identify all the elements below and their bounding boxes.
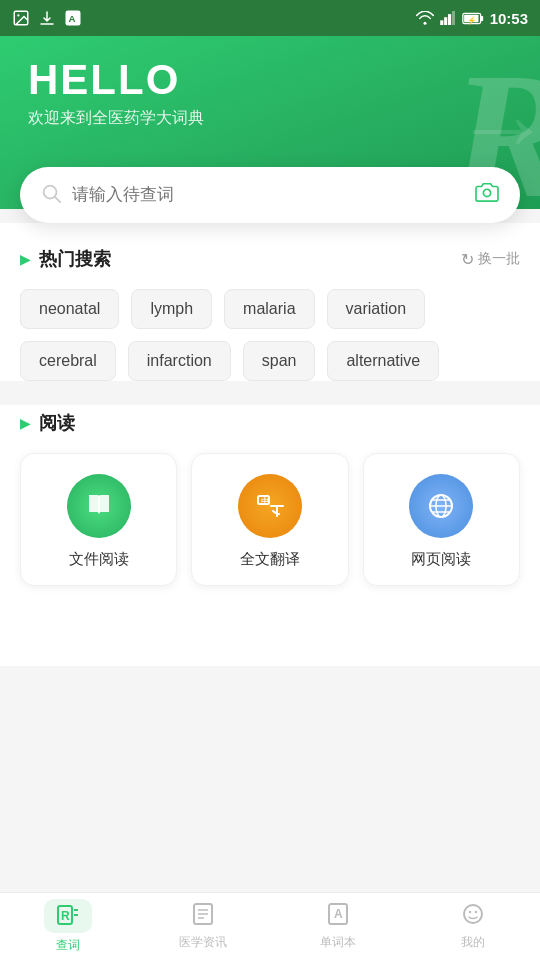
svg-point-32 bbox=[464, 905, 482, 923]
tag-item[interactable]: neonatal bbox=[20, 289, 119, 329]
reading-title-wrap: ▶ 阅读 bbox=[20, 411, 75, 435]
svg-rect-7 bbox=[452, 11, 455, 25]
status-time: 10:53 bbox=[490, 10, 528, 27]
nav-item-我的[interactable]: 我的 bbox=[405, 893, 540, 960]
tags-container: neonatallymphmalariavariationcerebralinf… bbox=[20, 289, 520, 381]
svg-rect-4 bbox=[440, 20, 443, 25]
nav-icon-1 bbox=[191, 902, 215, 930]
nav-icon-2: A bbox=[326, 902, 350, 930]
tag-item[interactable]: cerebral bbox=[20, 341, 116, 381]
refresh-label: 换一批 bbox=[478, 250, 520, 268]
nav-icon-0: R bbox=[44, 899, 92, 933]
search-bar[interactable] bbox=[20, 167, 520, 223]
battery-icon: ⚡ bbox=[462, 12, 484, 25]
card-icon bbox=[409, 474, 473, 538]
card-label: 网页阅读 bbox=[411, 550, 471, 569]
svg-text:⚡: ⚡ bbox=[467, 14, 477, 24]
svg-text:A: A bbox=[69, 13, 76, 24]
nav-item-医学资讯[interactable]: 医学资讯 bbox=[135, 893, 270, 960]
hot-search-header: ▶ 热门搜索 ↻ 换一批 bbox=[20, 247, 520, 271]
reading-card[interactable]: 网页阅读 bbox=[363, 453, 520, 586]
svg-rect-9 bbox=[480, 15, 483, 20]
nav-item-单词本[interactable]: A单词本 bbox=[270, 893, 405, 960]
svg-point-1 bbox=[17, 14, 19, 16]
svg-rect-6 bbox=[448, 14, 451, 25]
svg-line-13 bbox=[55, 197, 60, 202]
svg-rect-5 bbox=[444, 17, 447, 25]
refresh-icon: ↻ bbox=[461, 250, 474, 269]
signal-icon bbox=[440, 11, 456, 25]
status-icons-left: A bbox=[12, 9, 82, 27]
hello-title: HELLO bbox=[28, 56, 512, 104]
cards-container: 文件阅读中全文翻译网页阅读 bbox=[20, 453, 520, 586]
welcome-subtitle: 欢迎来到全医药学大词典 bbox=[28, 108, 512, 129]
font-icon: A bbox=[64, 9, 82, 27]
tag-item[interactable]: lymph bbox=[131, 289, 212, 329]
card-icon bbox=[67, 474, 131, 538]
reading-card[interactable]: 中全文翻译 bbox=[191, 453, 348, 586]
refresh-button[interactable]: ↻ 换一批 bbox=[461, 250, 520, 269]
svg-point-33 bbox=[468, 911, 470, 913]
nav-icon-3 bbox=[461, 902, 485, 930]
card-label: 文件阅读 bbox=[69, 550, 129, 569]
section-arrow-icon: ▶ bbox=[20, 251, 31, 267]
nav-label-1: 医学资讯 bbox=[179, 934, 227, 951]
status-icons-right: ⚡ 10:53 bbox=[416, 10, 528, 27]
nav-label-3: 我的 bbox=[461, 934, 485, 951]
svg-point-34 bbox=[474, 911, 476, 913]
hot-search-title: 热门搜索 bbox=[39, 247, 111, 271]
search-wrapper bbox=[0, 167, 540, 223]
tag-item[interactable]: variation bbox=[327, 289, 425, 329]
wifi-icon bbox=[416, 11, 434, 25]
svg-text:中: 中 bbox=[261, 497, 269, 506]
image-icon bbox=[12, 9, 30, 27]
tag-item[interactable]: malaria bbox=[224, 289, 314, 329]
camera-icon[interactable] bbox=[474, 181, 500, 209]
nav-label-0: 查词 bbox=[56, 937, 80, 954]
nav-item-查词[interactable]: R查词 bbox=[0, 893, 135, 960]
svg-text:A: A bbox=[334, 907, 343, 921]
reading-card[interactable]: 文件阅读 bbox=[20, 453, 177, 586]
bottom-nav: R查词医学资讯A单词本我的 bbox=[0, 892, 540, 960]
tag-item[interactable]: alternative bbox=[327, 341, 439, 381]
tag-item[interactable]: span bbox=[243, 341, 316, 381]
reading-arrow-icon: ▶ bbox=[20, 415, 31, 431]
reading-title: 阅读 bbox=[39, 411, 75, 435]
search-icon bbox=[40, 182, 62, 209]
download-icon bbox=[38, 9, 56, 27]
svg-text:R: R bbox=[61, 909, 70, 923]
reading-section: ▶ 阅读 文件阅读中全文翻译网页阅读 bbox=[0, 405, 540, 666]
nav-label-2: 单词本 bbox=[320, 934, 356, 951]
status-bar: A ⚡ 10:53 bbox=[0, 0, 540, 36]
search-input[interactable] bbox=[72, 185, 474, 205]
section-title-wrap: ▶ 热门搜索 bbox=[20, 247, 111, 271]
card-icon: 中 bbox=[238, 474, 302, 538]
tag-item[interactable]: infarction bbox=[128, 341, 231, 381]
card-label: 全文翻译 bbox=[240, 550, 300, 569]
reading-header: ▶ 阅读 bbox=[20, 405, 520, 435]
main-content: ▶ 热门搜索 ↻ 换一批 neonatallymphmalariavariati… bbox=[0, 223, 540, 381]
svg-point-14 bbox=[483, 189, 490, 196]
